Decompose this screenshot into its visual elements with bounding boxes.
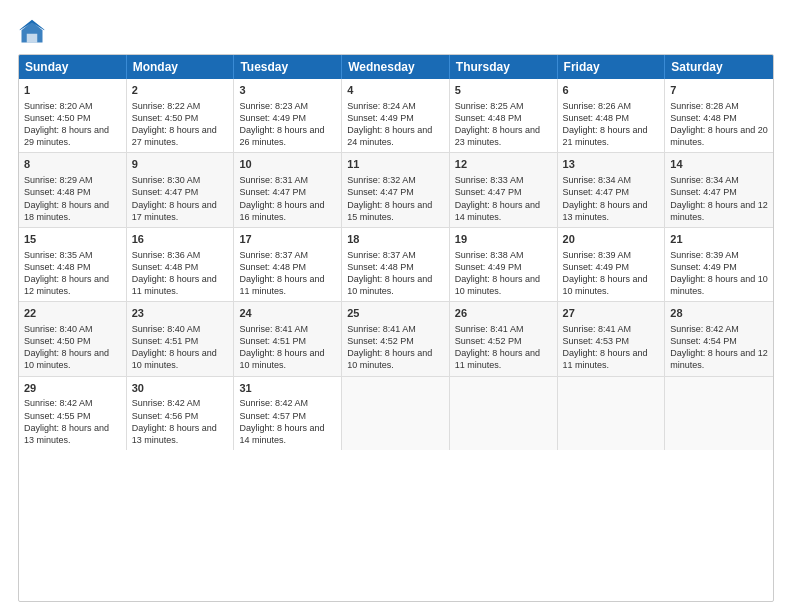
page: SundayMondayTuesdayWednesdayThursdayFrid… <box>0 0 792 612</box>
day-number: 20 <box>563 232 660 247</box>
calendar-cell <box>342 377 450 450</box>
sunrise: Sunrise: 8:25 AM <box>455 101 524 111</box>
day-number: 25 <box>347 306 444 321</box>
day-number: 7 <box>670 83 768 98</box>
sunrise: Sunrise: 8:31 AM <box>239 175 308 185</box>
daylight: Daylight: 8 hours and 10 minutes. <box>239 348 324 370</box>
day-number: 23 <box>132 306 229 321</box>
day-number: 14 <box>670 157 768 172</box>
sunrise: Sunrise: 8:42 AM <box>239 398 308 408</box>
daylight: Daylight: 8 hours and 18 minutes. <box>24 200 109 222</box>
sunrise: Sunrise: 8:39 AM <box>563 250 632 260</box>
calendar-cell: 19Sunrise: 8:38 AMSunset: 4:49 PMDayligh… <box>450 228 558 301</box>
sunset: Sunset: 4:47 PM <box>347 187 414 197</box>
daylight: Daylight: 8 hours and 11 minutes. <box>563 348 648 370</box>
calendar-cell: 21Sunrise: 8:39 AMSunset: 4:49 PMDayligh… <box>665 228 773 301</box>
calendar-cell: 31Sunrise: 8:42 AMSunset: 4:57 PMDayligh… <box>234 377 342 450</box>
daylight: Daylight: 8 hours and 11 minutes. <box>455 348 540 370</box>
calendar-cell: 10Sunrise: 8:31 AMSunset: 4:47 PMDayligh… <box>234 153 342 226</box>
sunset: Sunset: 4:51 PM <box>132 336 199 346</box>
daylight: Daylight: 8 hours and 10 minutes. <box>24 348 109 370</box>
calendar-cell: 13Sunrise: 8:34 AMSunset: 4:47 PMDayligh… <box>558 153 666 226</box>
sunset: Sunset: 4:50 PM <box>24 336 91 346</box>
calendar-cell: 12Sunrise: 8:33 AMSunset: 4:47 PMDayligh… <box>450 153 558 226</box>
sunset: Sunset: 4:50 PM <box>24 113 91 123</box>
sunrise: Sunrise: 8:26 AM <box>563 101 632 111</box>
daylight: Daylight: 8 hours and 26 minutes. <box>239 125 324 147</box>
daylight: Daylight: 8 hours and 11 minutes. <box>239 274 324 296</box>
calendar-cell <box>450 377 558 450</box>
calendar-cell: 8Sunrise: 8:29 AMSunset: 4:48 PMDaylight… <box>19 153 127 226</box>
sunrise: Sunrise: 8:41 AM <box>239 324 308 334</box>
sunrise: Sunrise: 8:36 AM <box>132 250 201 260</box>
sunset: Sunset: 4:49 PM <box>455 262 522 272</box>
sunrise: Sunrise: 8:41 AM <box>347 324 416 334</box>
day-of-week-header: Friday <box>558 55 666 79</box>
calendar-cell: 18Sunrise: 8:37 AMSunset: 4:48 PMDayligh… <box>342 228 450 301</box>
calendar-cell: 5Sunrise: 8:25 AMSunset: 4:48 PMDaylight… <box>450 79 558 152</box>
day-of-week-header: Sunday <box>19 55 127 79</box>
calendar-cell: 6Sunrise: 8:26 AMSunset: 4:48 PMDaylight… <box>558 79 666 152</box>
daylight: Daylight: 8 hours and 10 minutes. <box>132 348 217 370</box>
calendar-cell: 7Sunrise: 8:28 AMSunset: 4:48 PMDaylight… <box>665 79 773 152</box>
sunrise: Sunrise: 8:40 AM <box>132 324 201 334</box>
sunset: Sunset: 4:48 PM <box>239 262 306 272</box>
calendar-week-row: 8Sunrise: 8:29 AMSunset: 4:48 PMDaylight… <box>19 153 773 227</box>
sunset: Sunset: 4:49 PM <box>239 113 306 123</box>
day-number: 2 <box>132 83 229 98</box>
day-number: 11 <box>347 157 444 172</box>
day-of-week-header: Tuesday <box>234 55 342 79</box>
sunset: Sunset: 4:56 PM <box>132 411 199 421</box>
sunset: Sunset: 4:47 PM <box>455 187 522 197</box>
calendar-cell: 23Sunrise: 8:40 AMSunset: 4:51 PMDayligh… <box>127 302 235 375</box>
sunrise: Sunrise: 8:42 AM <box>132 398 201 408</box>
day-of-week-header: Thursday <box>450 55 558 79</box>
sunset: Sunset: 4:54 PM <box>670 336 737 346</box>
day-number: 16 <box>132 232 229 247</box>
sunset: Sunset: 4:47 PM <box>563 187 630 197</box>
day-number: 22 <box>24 306 121 321</box>
daylight: Daylight: 8 hours and 23 minutes. <box>455 125 540 147</box>
daylight: Daylight: 8 hours and 17 minutes. <box>132 200 217 222</box>
logo-icon <box>18 18 46 46</box>
day-of-week-header: Monday <box>127 55 235 79</box>
daylight: Daylight: 8 hours and 10 minutes. <box>347 348 432 370</box>
day-number: 21 <box>670 232 768 247</box>
sunset: Sunset: 4:47 PM <box>239 187 306 197</box>
day-number: 5 <box>455 83 552 98</box>
calendar: SundayMondayTuesdayWednesdayThursdayFrid… <box>18 54 774 602</box>
calendar-cell: 9Sunrise: 8:30 AMSunset: 4:47 PMDaylight… <box>127 153 235 226</box>
sunrise: Sunrise: 8:41 AM <box>455 324 524 334</box>
day-number: 19 <box>455 232 552 247</box>
day-number: 27 <box>563 306 660 321</box>
calendar-cell: 28Sunrise: 8:42 AMSunset: 4:54 PMDayligh… <box>665 302 773 375</box>
sunset: Sunset: 4:55 PM <box>24 411 91 421</box>
day-of-week-header: Wednesday <box>342 55 450 79</box>
daylight: Daylight: 8 hours and 27 minutes. <box>132 125 217 147</box>
calendar-body: 1Sunrise: 8:20 AMSunset: 4:50 PMDaylight… <box>19 79 773 450</box>
daylight: Daylight: 8 hours and 11 minutes. <box>132 274 217 296</box>
calendar-cell: 26Sunrise: 8:41 AMSunset: 4:52 PMDayligh… <box>450 302 558 375</box>
daylight: Daylight: 8 hours and 10 minutes. <box>455 274 540 296</box>
daylight: Daylight: 8 hours and 29 minutes. <box>24 125 109 147</box>
daylight: Daylight: 8 hours and 12 minutes. <box>670 200 768 222</box>
day-of-week-header: Saturday <box>665 55 773 79</box>
calendar-cell: 25Sunrise: 8:41 AMSunset: 4:52 PMDayligh… <box>342 302 450 375</box>
calendar-cell: 15Sunrise: 8:35 AMSunset: 4:48 PMDayligh… <box>19 228 127 301</box>
sunrise: Sunrise: 8:42 AM <box>24 398 93 408</box>
daylight: Daylight: 8 hours and 10 minutes. <box>347 274 432 296</box>
day-number: 28 <box>670 306 768 321</box>
day-number: 12 <box>455 157 552 172</box>
calendar-cell: 14Sunrise: 8:34 AMSunset: 4:47 PMDayligh… <box>665 153 773 226</box>
day-number: 17 <box>239 232 336 247</box>
calendar-cell: 24Sunrise: 8:41 AMSunset: 4:51 PMDayligh… <box>234 302 342 375</box>
day-number: 31 <box>239 381 336 396</box>
sunrise: Sunrise: 8:32 AM <box>347 175 416 185</box>
sunrise: Sunrise: 8:29 AM <box>24 175 93 185</box>
calendar-cell: 4Sunrise: 8:24 AMSunset: 4:49 PMDaylight… <box>342 79 450 152</box>
daylight: Daylight: 8 hours and 14 minutes. <box>455 200 540 222</box>
day-number: 9 <box>132 157 229 172</box>
calendar-cell: 22Sunrise: 8:40 AMSunset: 4:50 PMDayligh… <box>19 302 127 375</box>
day-number: 18 <box>347 232 444 247</box>
day-number: 10 <box>239 157 336 172</box>
